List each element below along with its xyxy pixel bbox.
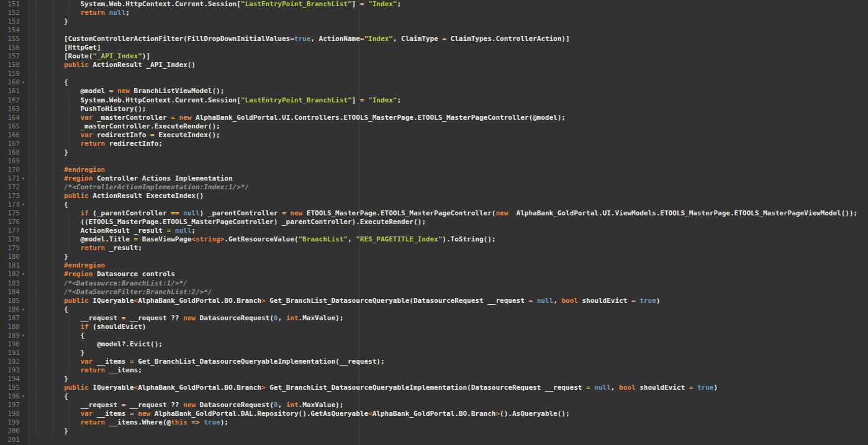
code-line[interactable]: 151 System.Web.HttpContext.Current.Sessi… bbox=[0, 0, 868, 9]
line-number: 185 bbox=[0, 297, 20, 305]
code-line[interactable]: 172 /*<ControllerActionImplementation:In… bbox=[0, 183, 868, 192]
fold-marker-icon[interactable]: ▾ bbox=[22, 305, 25, 314]
code-line[interactable]: 158 public ActionResult _API_Index() bbox=[0, 61, 868, 70]
code-line[interactable]: 184 /*<DataSourceFilter:BranchList:2/>*/ bbox=[0, 288, 868, 297]
line-number: 189 bbox=[0, 331, 20, 340]
code-token: return bbox=[80, 140, 105, 148]
code-line[interactable]: 153 } bbox=[0, 17, 868, 26]
line-number: 179 bbox=[0, 244, 20, 253]
fold-marker-icon[interactable]: ▾ bbox=[22, 270, 25, 279]
code-line[interactable]: 180 } bbox=[0, 253, 868, 261]
code-line[interactable]: 154 bbox=[0, 26, 868, 35]
code-line[interactable]: 190 @model?.Evict(); bbox=[0, 340, 868, 349]
code-token: System.Web.HttpContext.Current.Session[ bbox=[31, 0, 241, 8]
code-line[interactable]: 155 [CustomControllerActionFilter(FillDr… bbox=[0, 35, 868, 43]
code-token bbox=[105, 9, 109, 17]
code-token: > bbox=[261, 297, 266, 305]
line-number: 172 bbox=[0, 183, 20, 192]
code-line[interactable]: 174▾ { bbox=[0, 200, 868, 209]
code-token: { bbox=[31, 200, 68, 209]
code-text: [CustomControllerActionFilter(FillDropDo… bbox=[31, 35, 570, 43]
code-token: IQueryable bbox=[89, 297, 134, 305]
fold-marker-icon[interactable]: ▾ bbox=[22, 392, 25, 401]
code-token: } bbox=[31, 148, 68, 156]
code-line[interactable]: 187 __request = __request ?? new Datasou… bbox=[0, 314, 868, 323]
code-line[interactable]: 163 PushToHistory(); bbox=[0, 105, 868, 114]
code-line[interactable]: 201 bbox=[0, 436, 868, 444]
code-text: public IQueryable<AlphaBank_GoldPortal.B… bbox=[31, 297, 660, 305]
code-editor[interactable]: 151 System.Web.HttpContext.Current.Sessi… bbox=[0, 0, 868, 445]
code-line[interactable]: 159 bbox=[0, 70, 868, 78]
code-line[interactable]: 173 public ActionResult ExecuteIndex() bbox=[0, 192, 868, 200]
line-number: 192 bbox=[0, 357, 20, 366]
code-line[interactable]: 188 if (shouldEvict) bbox=[0, 323, 868, 331]
code-token: = bbox=[290, 35, 294, 43]
code-line[interactable]: 160▾ { bbox=[0, 78, 868, 87]
code-line[interactable]: 176 ((ETOOLS_MasterPage.ETOOLS_MasterPag… bbox=[0, 218, 868, 227]
code-token: [CustomControllerActionFilter(FillDropDo… bbox=[31, 35, 290, 43]
code-line[interactable]: 182▾ #region Datasource controls bbox=[0, 270, 868, 279]
fold-marker-icon[interactable]: ▾ bbox=[22, 331, 25, 340]
line-number: 181 bbox=[0, 261, 20, 270]
code-token: new bbox=[183, 314, 196, 322]
code-line[interactable]: 192 var __items = Get_BranchList_Datasou… bbox=[0, 357, 868, 366]
code-line[interactable]: 199 return __items.Where(@this => true); bbox=[0, 418, 868, 427]
code-token: Get_BranchList_DatasourceQueryable(Datas… bbox=[266, 297, 529, 305]
code-line[interactable]: 157 [Route("_API_Index")] bbox=[0, 52, 868, 61]
code-text: PushToHistory(); bbox=[31, 105, 146, 114]
code-line[interactable]: 162 System.Web.HttpContext.Current.Sessi… bbox=[0, 96, 868, 105]
code-token: ExecuteIndex(); bbox=[155, 131, 220, 139]
code-line[interactable]: 193 return __items; bbox=[0, 366, 868, 375]
code-line[interactable]: 168 } bbox=[0, 148, 868, 157]
code-line[interactable]: 186▾ { bbox=[0, 305, 868, 314]
code-token: = bbox=[442, 35, 446, 43]
code-token bbox=[31, 384, 64, 392]
code-line[interactable]: 177 ActionResult _result = null; bbox=[0, 227, 868, 235]
code-token bbox=[31, 140, 80, 148]
code-line[interactable]: 171▾ #region Controller Actions Implemen… bbox=[0, 174, 868, 183]
code-line[interactable]: 181 #endregion bbox=[0, 261, 868, 270]
code-line[interactable]: 183 /*<Datasource:BranchList:1/>*/ bbox=[0, 279, 868, 288]
code-line[interactable]: 189▾ { bbox=[0, 331, 868, 340]
code-text: if (_parentController == null) _parentCo… bbox=[31, 209, 857, 218]
code-line[interactable]: 152 return null; bbox=[0, 9, 868, 17]
code-token: true bbox=[294, 35, 311, 43]
indent-guide bbox=[53, 70, 53, 78]
code-line[interactable]: 170 #endregion bbox=[0, 166, 868, 174]
code-line[interactable]: 194 } bbox=[0, 375, 868, 384]
code-line[interactable]: 165 _masterController.ExecuteRender(); bbox=[0, 122, 868, 131]
code-token bbox=[31, 244, 80, 252]
fold-marker-icon[interactable]: ▾ bbox=[22, 200, 25, 209]
code-token: ).ToString(); bbox=[442, 235, 495, 243]
fold-marker-icon[interactable]: ▾ bbox=[22, 174, 25, 183]
code-line[interactable]: 198 var __items = new AlphaBank_GoldPort… bbox=[0, 410, 868, 418]
fold-marker-icon[interactable]: ▾ bbox=[22, 78, 25, 87]
code-line[interactable]: 164 var _masterController = new AlphaBan… bbox=[0, 114, 868, 122]
code-line[interactable]: 156 [HttpGet] bbox=[0, 43, 868, 52]
code-token: ActionResult ExecuteIndex() bbox=[89, 192, 204, 200]
code-token: (_parentController bbox=[89, 209, 171, 217]
code-text: var redirectInfo = ExecuteIndex(); bbox=[31, 131, 220, 140]
code-line[interactable]: 175 if (_parentController == null) _pare… bbox=[0, 209, 868, 218]
code-text: public ActionResult ExecuteIndex() bbox=[31, 192, 204, 200]
code-line[interactable]: 191 } bbox=[0, 349, 868, 357]
code-line[interactable]: 167 return redirectInfo; bbox=[0, 140, 868, 148]
code-line[interactable]: 185 public IQueryable<AlphaBank_GoldPort… bbox=[0, 297, 868, 305]
code-token: { bbox=[31, 78, 68, 86]
code-token: true bbox=[640, 297, 656, 305]
code-line[interactable]: 195 public IQueryable<AlphaBank_GoldPort… bbox=[0, 384, 868, 392]
line-number: 155 bbox=[0, 35, 20, 43]
code-line[interactable]: 161 @model = new BranchListViewModel(); bbox=[0, 87, 868, 96]
code-token: #endregion bbox=[64, 261, 105, 269]
line-number: 165 bbox=[0, 122, 20, 131]
code-line[interactable]: 178 @model.Title = BaseViewPage<string>.… bbox=[0, 235, 868, 244]
code-token: [HttpGet] bbox=[31, 43, 101, 52]
code-line[interactable]: 179 return _result; bbox=[0, 244, 868, 253]
code-line[interactable]: 169 bbox=[0, 157, 868, 166]
code-line[interactable]: 166 var redirectInfo = ExecuteIndex(); bbox=[0, 131, 868, 140]
code-line[interactable]: 200 } bbox=[0, 427, 868, 436]
line-number: 169 bbox=[0, 157, 20, 166]
code-line[interactable]: 197 __request = __request ?? new Datasou… bbox=[0, 401, 868, 410]
code-line[interactable]: 196▾ { bbox=[0, 392, 868, 401]
code-text: var __items = Get_BranchList_DatasourceQ… bbox=[31, 357, 385, 366]
